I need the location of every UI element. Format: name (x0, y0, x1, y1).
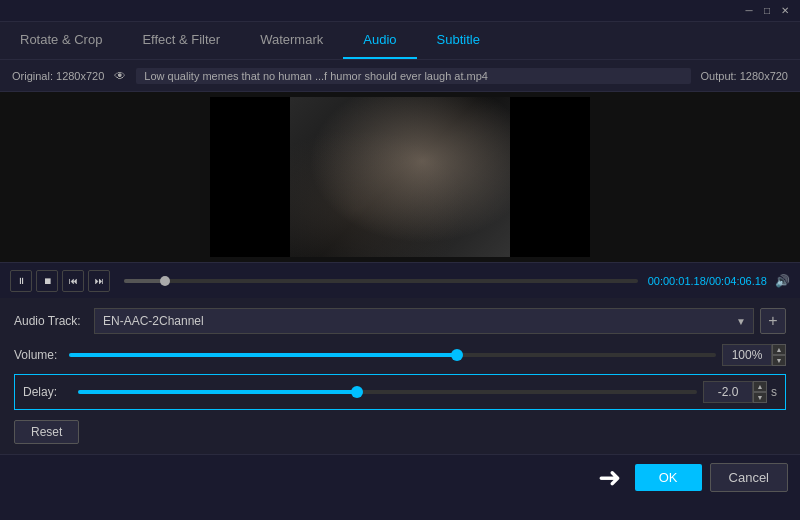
audio-controls: Audio Track: EN-AAC-2Channel ▼ + Volume:… (0, 298, 800, 454)
delay-slider-container (78, 383, 697, 401)
pause-button[interactable]: ⏸ (10, 270, 32, 292)
cancel-button[interactable]: Cancel (710, 463, 788, 492)
delay-box: Delay: -2.0 ▲ ▼ s (14, 374, 786, 410)
output-resolution: Output: 1280x720 (701, 70, 788, 82)
delay-slider-fill (78, 390, 357, 394)
progress-bar[interactable] (124, 279, 638, 283)
delay-slider-track[interactable] (78, 390, 697, 394)
add-track-button[interactable]: + (760, 308, 786, 334)
original-resolution: Original: 1280x720 (12, 70, 104, 82)
ok-button[interactable]: OK (635, 464, 702, 491)
stop-button[interactable]: ⏹ (36, 270, 58, 292)
delay-label: Delay: (23, 385, 78, 399)
audio-track-row: Audio Track: EN-AAC-2Channel ▼ + (14, 308, 786, 334)
delay-up-button[interactable]: ▲ (753, 381, 767, 392)
tab-watermark[interactable]: Watermark (240, 22, 343, 59)
progress-thumb[interactable] (160, 276, 170, 286)
volume-slider-fill (69, 353, 457, 357)
prev-button[interactable]: ⏮ (62, 270, 84, 292)
delay-value: -2.0 (703, 381, 753, 403)
arrow-icon: ➜ (598, 461, 621, 494)
info-bar: Original: 1280x720 👁 Low quality memes t… (0, 60, 800, 92)
volume-row: Volume: 100% ▲ ▼ (14, 344, 786, 366)
volume-up-button[interactable]: ▲ (772, 344, 786, 355)
audio-track-select[interactable]: EN-AAC-2Channel (94, 308, 754, 334)
volume-label: Volume: (14, 348, 69, 362)
video-area (0, 92, 800, 262)
tab-bar: Rotate & Crop Effect & Filter Watermark … (0, 22, 800, 60)
eye-icon[interactable]: 👁 (114, 69, 126, 83)
reset-button[interactable]: Reset (14, 420, 79, 444)
time-current: 00:00:01.18 (648, 275, 706, 287)
time-display: 00:00:01.18/00:04:06.18 (648, 275, 767, 287)
video-thumbnail (290, 97, 510, 257)
volume-icon[interactable]: 🔊 (775, 274, 790, 288)
volume-slider-thumb[interactable] (451, 349, 463, 361)
minimize-button[interactable]: ─ (742, 4, 756, 18)
volume-value: 100% (722, 344, 772, 366)
next-button[interactable]: ⏭ (88, 270, 110, 292)
volume-slider-track[interactable] (69, 353, 716, 357)
tab-rotate-crop[interactable]: Rotate & Crop (0, 22, 122, 59)
video-right-black (510, 97, 590, 257)
title-bar: ─ □ ✕ (0, 0, 800, 22)
volume-slider-container (69, 346, 716, 364)
tab-audio[interactable]: Audio (343, 22, 416, 59)
delay-unit: s (771, 385, 777, 399)
delay-slider-thumb[interactable] (351, 386, 363, 398)
delay-row: Delay: -2.0 ▲ ▼ s (23, 381, 777, 403)
delay-spinners: ▲ ▼ (753, 381, 767, 403)
volume-down-button[interactable]: ▼ (772, 355, 786, 366)
close-button[interactable]: ✕ (778, 4, 792, 18)
time-total: 00:04:06.18 (709, 275, 767, 287)
bottom-bar: ➜ OK Cancel (0, 454, 800, 500)
tab-subtitle[interactable]: Subtitle (417, 22, 500, 59)
playback-bar: ⏸ ⏹ ⏮ ⏭ 00:00:01.18/00:04:06.18 🔊 (0, 262, 800, 298)
audio-track-select-wrapper: EN-AAC-2Channel ▼ (94, 308, 754, 334)
filename-display: Low quality memes that no human ...f hum… (136, 68, 690, 84)
video-left-black (210, 97, 290, 257)
progress-fill (124, 279, 165, 283)
audio-track-label: Audio Track: (14, 314, 94, 328)
volume-spinners: ▲ ▼ (772, 344, 786, 366)
delay-down-button[interactable]: ▼ (753, 392, 767, 403)
tab-effect-filter[interactable]: Effect & Filter (122, 22, 240, 59)
maximize-button[interactable]: □ (760, 4, 774, 18)
